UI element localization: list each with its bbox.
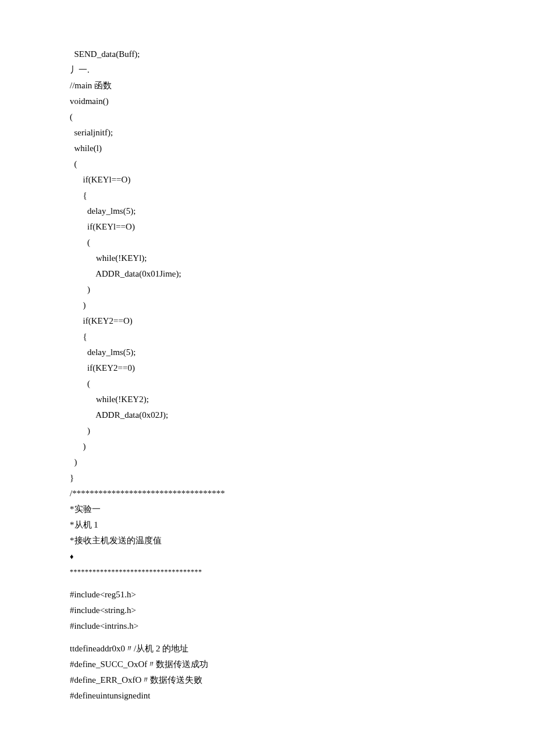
code-line: ): [70, 439, 465, 454]
code-line: while(!KEYl);: [70, 250, 465, 266]
code-line: #define_ERR_OxfO〃数据传送失败: [70, 672, 465, 688]
code-line: 丿一.: [70, 62, 465, 78]
document-page: SEND_data(Buff); 丿一. //main 函数 voidmain(…: [0, 0, 535, 750]
code-line: {: [70, 188, 465, 203]
code-line: #defineuintunsignedint: [70, 688, 465, 704]
code-line: {: [70, 329, 465, 345]
code-line: ): [70, 423, 465, 439]
code-line: #include<string.h>: [70, 603, 465, 618]
code-line: (: [70, 156, 465, 172]
code-line: //main 函数: [70, 78, 465, 94]
code-line: while(l): [70, 141, 465, 156]
code-line: *从机 1: [70, 517, 465, 533]
code-line: #include<intrins.h>: [70, 618, 465, 634]
code-line: ): [70, 454, 465, 470]
code-line: serialjnitf);: [70, 125, 465, 141]
code-line: SEND_data(Buff);: [70, 46, 465, 62]
code-line: ADDR_data(0x02J);: [70, 407, 465, 423]
code-line: ADDR_data(0x01Jime);: [70, 266, 465, 282]
code-line: (: [70, 376, 465, 392]
code-line: #define_SUCC_OxOf〃数据传送成功: [70, 657, 465, 672]
code-line: (: [70, 235, 465, 250]
code-line: if(KEY2==O): [70, 313, 465, 329]
code-line: #include<reg51.h>: [70, 587, 465, 603]
code-line: ttdefineaddr0x0〃/从机 2 的地址: [70, 641, 465, 657]
code-line: (: [70, 109, 465, 125]
code-line: if(KEY2==0): [70, 360, 465, 376]
code-line: ): [70, 282, 465, 298]
code-line: delay_lms(5);: [70, 203, 465, 219]
code-line: ): [70, 298, 465, 313]
code-line: *接收主机发送的温度值: [70, 533, 465, 549]
code-line: if(KEYl==O): [70, 219, 465, 235]
code-line: ***********************************: [70, 564, 465, 580]
code-line: *实验一: [70, 501, 465, 517]
diamond-icon: ♦: [70, 549, 465, 564]
code-line: }: [70, 470, 465, 486]
code-line: while(!KEY2);: [70, 392, 465, 407]
code-line: voidmain(): [70, 94, 465, 109]
code-line: /***********************************: [70, 486, 465, 501]
code-line: delay_lms(5);: [70, 345, 465, 360]
code-line: if(KEYl==O): [70, 172, 465, 188]
